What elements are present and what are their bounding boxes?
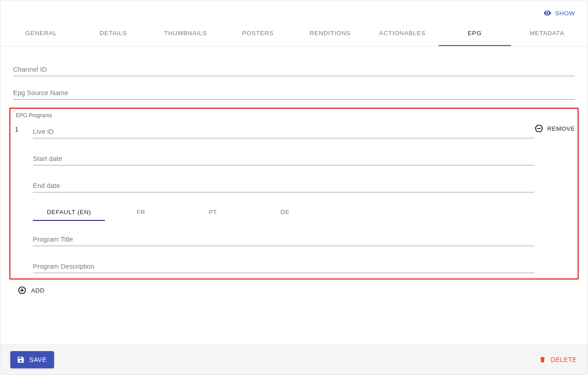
live-id-field-wrapper — [33, 123, 534, 138]
program-title-field-wrapper — [33, 231, 534, 246]
tab-epg[interactable]: EPG — [439, 21, 511, 46]
save-button-label: SAVE — [29, 356, 47, 363]
save-button[interactable]: SAVE — [10, 351, 54, 368]
lang-tab-pt[interactable]: PT — [177, 204, 249, 221]
show-button-label: SHOW — [555, 10, 575, 17]
lang-tab-de[interactable]: DE — [249, 204, 321, 221]
main-tabs: GENERAL DETAILS THUMBNAILS POSTERS RENDI… — [0, 21, 588, 46]
live-id-input[interactable] — [33, 123, 534, 138]
footer: SAVE DELETE — [0, 344, 588, 375]
epg-source-name-field-wrapper — [13, 84, 575, 100]
tab-metadata[interactable]: METADATA — [511, 21, 583, 46]
epg-programs-section: EPG Programs 1 REMOVE — [9, 108, 579, 279]
language-tabs: DEFAULT (EN) FR PT DE — [33, 204, 534, 221]
program-description-input[interactable] — [33, 258, 534, 273]
svg-rect-4 — [22, 288, 23, 292]
epg-program-item: 1 REMOVE — [15, 123, 573, 273]
topbar: SHOW — [0, 0, 588, 21]
remove-circle-icon — [534, 124, 543, 133]
tab-actionables[interactable]: ACTIONABLES — [366, 21, 439, 46]
delete-button[interactable]: DELETE — [539, 356, 577, 363]
lang-tab-default-en[interactable]: DEFAULT (EN) — [33, 204, 105, 221]
tab-renditions[interactable]: RENDITIONS — [294, 21, 366, 46]
lang-tab-fr[interactable]: FR — [105, 204, 177, 221]
eye-icon — [543, 9, 552, 17]
epg-source-name-input[interactable] — [13, 84, 575, 100]
epg-programs-label: EPG Programs — [15, 111, 573, 121]
remove-button-label: REMOVE — [547, 125, 575, 132]
channel-id-input[interactable] — [13, 61, 575, 76]
tab-posters[interactable]: POSTERS — [222, 21, 294, 46]
page-container: SHOW GENERAL DETAILS THUMBNAILS POSTERS … — [0, 0, 588, 375]
svg-rect-1 — [537, 128, 541, 129]
start-date-field-wrapper — [33, 150, 534, 165]
tab-details[interactable]: DETAILS — [77, 21, 150, 46]
program-index: 1 — [15, 126, 18, 133]
program-title-input[interactable] — [33, 231, 534, 246]
program-description-field-wrapper — [33, 258, 534, 273]
channel-id-field-wrapper — [13, 61, 575, 76]
add-circle-icon — [18, 286, 27, 295]
end-date-field-wrapper — [33, 177, 534, 192]
content-area: EPG Programs 1 REMOVE — [0, 46, 588, 344]
add-button-label: ADD — [31, 287, 45, 294]
show-button[interactable]: SHOW — [543, 9, 575, 17]
remove-button[interactable]: REMOVE — [534, 124, 575, 133]
add-button[interactable]: ADD — [18, 286, 45, 295]
tab-general[interactable]: GENERAL — [5, 21, 77, 46]
start-date-input[interactable] — [33, 150, 534, 165]
end-date-input[interactable] — [33, 177, 534, 192]
tab-thumbnails[interactable]: THUMBNAILS — [149, 21, 222, 46]
save-icon — [17, 356, 25, 364]
trash-icon — [539, 356, 546, 363]
delete-button-label: DELETE — [551, 356, 577, 363]
